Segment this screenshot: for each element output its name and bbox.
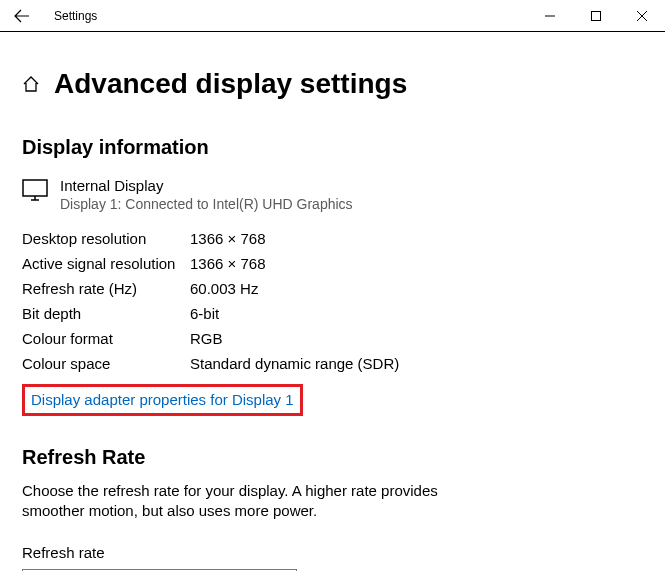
arrow-left-icon bbox=[14, 8, 30, 24]
minimize-button[interactable] bbox=[527, 0, 573, 31]
display-sub: Display 1: Connected to Intel(R) UHD Gra… bbox=[60, 196, 353, 212]
back-button[interactable] bbox=[8, 0, 36, 31]
info-label: Colour space bbox=[22, 355, 190, 372]
refresh-rate-dropdown-label: Refresh rate bbox=[22, 544, 643, 561]
info-row: Colour format RGB bbox=[22, 326, 643, 351]
display-name: Internal Display bbox=[60, 177, 353, 194]
info-value: 60.003 Hz bbox=[190, 280, 258, 297]
info-row: Bit depth 6-bit bbox=[22, 301, 643, 326]
svg-rect-1 bbox=[23, 180, 47, 196]
info-value: 1366 × 768 bbox=[190, 255, 266, 272]
info-label: Active signal resolution bbox=[22, 255, 190, 272]
info-row: Colour space Standard dynamic range (SDR… bbox=[22, 351, 643, 376]
info-row: Desktop resolution 1366 × 768 bbox=[22, 226, 643, 251]
page-header: Advanced display settings bbox=[22, 68, 643, 100]
display-block: Internal Display Display 1: Connected to… bbox=[22, 177, 643, 212]
window-title: Settings bbox=[54, 9, 97, 23]
maximize-icon bbox=[591, 11, 601, 21]
info-value: 6-bit bbox=[190, 305, 219, 322]
close-button[interactable] bbox=[619, 0, 665, 31]
adapter-link-highlight: Display adapter properties for Display 1 bbox=[22, 384, 303, 416]
info-label: Bit depth bbox=[22, 305, 190, 322]
maximize-button[interactable] bbox=[573, 0, 619, 31]
info-value: RGB bbox=[190, 330, 223, 347]
refresh-rate-heading: Refresh Rate bbox=[22, 446, 643, 469]
page-title: Advanced display settings bbox=[54, 68, 407, 100]
titlebar: Settings bbox=[0, 0, 665, 32]
monitor-icon bbox=[22, 179, 48, 205]
info-label: Colour format bbox=[22, 330, 190, 347]
info-label: Desktop resolution bbox=[22, 230, 190, 247]
display-info-heading: Display information bbox=[22, 136, 643, 159]
display-adapter-link[interactable]: Display adapter properties for Display 1 bbox=[31, 391, 294, 408]
display-info-table: Desktop resolution 1366 × 768 Active sig… bbox=[22, 226, 643, 376]
info-value: Standard dynamic range (SDR) bbox=[190, 355, 399, 372]
content-area: Advanced display settings Display inform… bbox=[0, 32, 665, 571]
minimize-icon bbox=[545, 11, 555, 21]
info-row: Refresh rate (Hz) 60.003 Hz bbox=[22, 276, 643, 301]
close-icon bbox=[637, 11, 647, 21]
info-value: 1366 × 768 bbox=[190, 230, 266, 247]
info-label: Refresh rate (Hz) bbox=[22, 280, 190, 297]
info-row: Active signal resolution 1366 × 768 bbox=[22, 251, 643, 276]
home-icon[interactable] bbox=[22, 75, 40, 93]
window-controls bbox=[527, 0, 665, 31]
refresh-rate-description: Choose the refresh rate for your display… bbox=[22, 481, 462, 522]
svg-rect-0 bbox=[592, 11, 601, 20]
